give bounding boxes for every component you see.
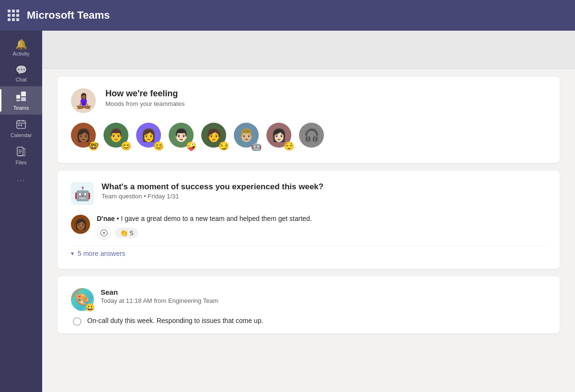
moods-card-header: 🧘🏾‍♀️ How we're feeling Moods from your …	[71, 88, 546, 113]
clap-count: 5	[130, 230, 133, 237]
mood-avatar-5[interactable]: 🧑 😏	[201, 123, 230, 151]
sidebar-label-files: Files	[15, 160, 26, 165]
svg-rect-0	[16, 95, 20, 99]
clap-reaction-button[interactable]: 👏 5	[115, 228, 138, 238]
chevron-down-icon: ▾	[71, 250, 74, 257]
teams-icon	[16, 91, 26, 103]
post-header: 🎨 😀 Sean Today at 11:18 AM from Engineer…	[71, 288, 546, 311]
app-body: 🔔 Activity 💬 Chat Teams	[0, 31, 575, 392]
reactions-row: 👏 5	[97, 226, 312, 240]
activity-feed: 🧘🏾‍♀️ How we're feeling Moods from your …	[42, 69, 575, 392]
activity-icon: 🔔	[15, 39, 27, 49]
sean-post-card: 🎨 😀 Sean Today at 11:18 AM from Engineer…	[58, 277, 560, 334]
mood-avatar-4[interactable]: 👨🏻 🤪	[169, 123, 197, 151]
answer-content: D'nae • I gave a great demo to a new tea…	[97, 215, 312, 240]
answer-text: D'nae • I gave a great demo to a new tea…	[97, 215, 312, 222]
mood-avatar-3[interactable]: 👩 😊	[136, 123, 165, 151]
svg-rect-2	[21, 97, 26, 101]
mood-emoji-4: 🤪	[186, 142, 196, 150]
mood-emoji-7: 😌	[284, 142, 294, 150]
bot-avatar: 🤖	[71, 182, 94, 205]
sidebar-item-calendar[interactable]: Calendar	[0, 115, 42, 142]
main-content: 🧘🏾‍♀️ How we're feeling Moods from your …	[42, 31, 575, 392]
top-banner	[42, 31, 575, 69]
question-card: 🤖 What's a moment of success you experie…	[58, 171, 560, 269]
apps-grid-icon[interactable]	[8, 10, 19, 21]
mood-emoji-6: 🤖	[251, 142, 262, 150]
question-title: What's a moment of success you experienc…	[102, 182, 323, 192]
post-text: On-call duty this week. Responding to is…	[87, 317, 263, 324]
sidebar-label-chat: Chat	[15, 77, 26, 82]
sidebar-more-button[interactable]: ...	[17, 169, 25, 188]
mood-avatar-8[interactable]: 🎧	[299, 123, 328, 151]
mood-user-photo-8: 🎧	[299, 123, 324, 148]
mood-emoji-3: 😊	[153, 142, 164, 150]
post-meta: Today at 11:18 AM from Engineering Team	[101, 297, 218, 304]
post-user-info: Sean Today at 11:18 AM from Engineering …	[101, 288, 218, 304]
mood-avatar-6[interactable]: 👨🏼 🤖	[234, 123, 263, 151]
calendar-icon	[16, 119, 26, 130]
mood-emoji-1: 🤓	[88, 142, 99, 150]
svg-rect-3	[16, 100, 20, 101]
question-info: What's a moment of success you experienc…	[102, 182, 323, 200]
dnae-avatar: 👩🏾	[71, 215, 90, 234]
post-radio-indicator	[73, 317, 81, 326]
sidebar-item-files[interactable]: Files	[0, 142, 42, 169]
mood-emoji-2: 😊	[121, 142, 131, 150]
sidebar-item-activity[interactable]: 🔔 Activity	[0, 35, 42, 60]
question-meta: Team question • Friday 1/31	[102, 193, 323, 200]
moods-card-info: How we're feeling Moods from your teamma…	[105, 88, 184, 107]
svg-rect-1	[21, 92, 26, 96]
post-username: Sean	[101, 288, 218, 296]
app-title: Microsoft Teams	[27, 9, 110, 22]
sidebar-label-activity: Activity	[13, 51, 30, 57]
sean-avatar: 🎨 😀	[71, 288, 94, 311]
answer-body: I gave a great demo to a new team and he…	[121, 215, 311, 222]
svg-rect-9	[21, 125, 22, 126]
moods-card-subtitle: Moods from your teammates	[105, 100, 184, 107]
sidebar-item-teams[interactable]: Teams	[0, 86, 42, 115]
sidebar-label-calendar: Calendar	[11, 132, 32, 138]
mood-avatar-7[interactable]: 👩🏻 😌	[266, 123, 295, 151]
sidebar: 🔔 Activity 💬 Chat Teams	[0, 31, 42, 392]
question-card-header: 🤖 What's a moment of success you experie…	[71, 182, 546, 205]
answer-username: D'nae	[97, 215, 115, 222]
sean-status-emoji: 😀	[85, 303, 95, 312]
answer-row: 👩🏾 D'nae • I gave a great demo to a new …	[71, 215, 546, 240]
mood-avatars-list: 👩🏾 🤓 👨 😊 👩 😊 👨🏻 🤪	[71, 123, 546, 151]
mood-emoji-5: 😏	[218, 142, 229, 150]
moods-card-title: How we're feeling	[105, 88, 184, 99]
sidebar-label-teams: Teams	[13, 105, 29, 111]
add-reaction-button[interactable]	[97, 226, 111, 240]
moods-card-avatar: 🧘🏾‍♀️	[71, 88, 96, 113]
more-answers-button[interactable]: ▾ 5 more answers	[71, 245, 546, 257]
chat-icon: 💬	[15, 65, 27, 75]
sidebar-item-chat[interactable]: 💬 Chat	[0, 60, 42, 86]
more-answers-label: 5 more answers	[78, 250, 126, 257]
mood-avatar-2[interactable]: 👨 😊	[104, 123, 132, 151]
mood-avatar-1[interactable]: 👩🏾 🤓	[71, 123, 100, 151]
moods-card: 🧘🏾‍♀️ How we're feeling Moods from your …	[58, 77, 560, 163]
post-body: On-call duty this week. Responding to is…	[71, 317, 546, 326]
files-icon	[16, 147, 26, 158]
app-header: Microsoft Teams	[0, 0, 575, 31]
svg-rect-8	[18, 125, 20, 126]
clap-emoji: 👏	[120, 229, 128, 237]
answer-separator: •	[116, 215, 121, 222]
